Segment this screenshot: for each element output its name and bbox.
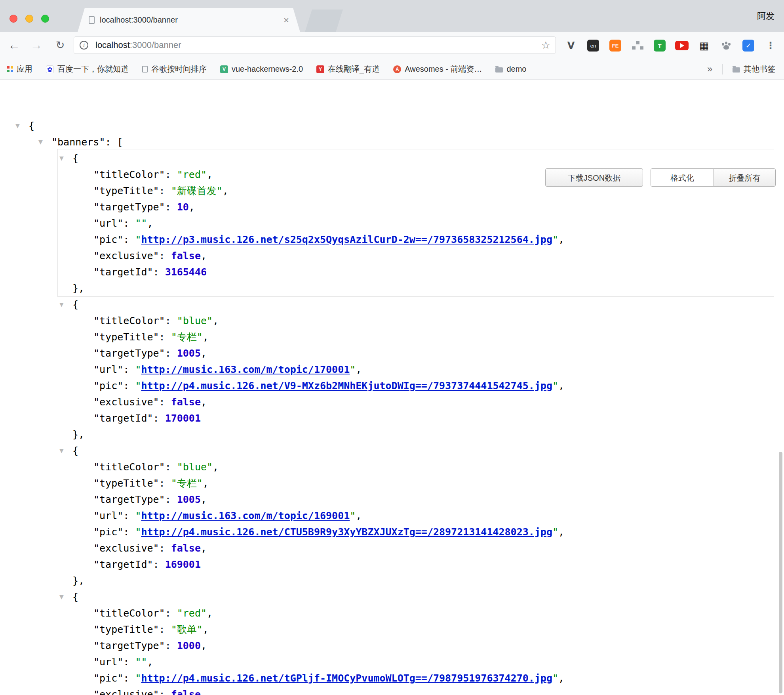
json-string: " [135,510,141,521]
json-string: "专栏" [171,331,203,343]
qrcode-icon[interactable]: ▦ [697,38,711,53]
collapse-toggle[interactable]: ▼ [15,118,20,134]
json-line: "typeTitle": "专栏", [0,475,784,491]
org-chart-icon[interactable] [630,38,645,53]
json-punctuation: , [201,250,207,262]
json-string: " [135,526,141,538]
json-number: 10 [177,201,189,213]
bookmarks-divider [722,64,723,74]
url-host: localhost [95,40,130,50]
collapse-toggle[interactable]: ▼ [59,150,64,166]
window-controls [10,15,49,23]
json-link[interactable]: http://music.163.com/m/topic/169001 [141,510,350,521]
youtube-icon[interactable] [675,38,689,53]
json-line: "pic": "http://p4.music.126.net/tGPljf-I… [0,670,784,686]
menu-icon[interactable]: ⋮ [763,38,778,53]
collapse-toggle[interactable]: ▼ [59,589,64,605]
page-icon [142,66,148,73]
reload-button[interactable]: ↻ [51,32,70,59]
bookmark-apps[interactable]: 应用 [7,64,32,74]
info-icon[interactable]: i [80,41,88,50]
json-string: " [552,526,558,538]
collapse-toggle[interactable]: ▼ [59,296,64,313]
other-bookmarks[interactable]: 其他书签 [733,59,775,79]
json-punctuation: : [123,526,135,538]
shield-check-icon[interactable]: ✓ [741,38,755,53]
json-key: "url" [93,510,123,521]
address-bar[interactable]: i localhost:3000/banner ☆ [74,36,556,54]
minimize-window-button[interactable] [25,15,33,23]
json-punctuation: , [201,396,207,408]
json-punctuation: { [72,591,78,603]
tab-strip: localhost:3000/banner × 阿发 [0,0,784,32]
json-punctuation: , [558,380,564,391]
json-punctuation: , [203,331,209,343]
json-line: "targetId": 3165446 [0,264,784,280]
json-string: "歌单" [171,624,203,635]
bookmark-google-sort[interactable]: 谷歌按时间排序 [142,64,207,74]
fehelper-icon[interactable]: FE [608,38,622,53]
json-punctuation: : [165,461,177,473]
tab-title: localhost:3000/banner [100,15,279,25]
vertical-scrollbar-thumb[interactable] [779,452,782,693]
json-line: "typeTitle": "歌单", [0,621,784,638]
collapse-toggle[interactable]: ▼ [59,443,64,459]
bookmark-youdao[interactable]: Y在线翻译_有道 [316,64,380,74]
bookmarks-overflow-chevron[interactable]: » [707,59,712,79]
json-punctuation: { [29,120,34,132]
url-text[interactable]: localhost:3000/banner [95,37,181,53]
bookmark-demo-folder[interactable]: demo [495,65,526,74]
json-link[interactable]: http://p4.music.126.net/V9-MXz6b2MNhEKju… [141,380,552,391]
bookmark-awesomes[interactable]: AAwesomes - 前端资… [393,64,482,74]
zoom-window-button[interactable] [41,15,49,23]
json-punctuation: , [356,510,362,521]
json-key: "pic" [93,380,123,391]
bookmark-vue-hackernews[interactable]: Vvue-hackernews-2.0 [220,65,303,74]
awesomes-icon: A [393,65,401,73]
json-string: "red" [177,169,207,180]
tab-close-icon[interactable]: × [284,15,289,25]
collapse-toggle[interactable]: ▼ [38,134,43,150]
json-punctuation: , [201,689,207,695]
json-punctuation: : [123,380,135,391]
browser-tab[interactable]: localhost:3000/banner × [78,8,300,32]
json-string: "red" [177,607,207,619]
json-punctuation: , [213,315,219,326]
folder-icon [733,67,740,73]
paw-toes [725,42,727,44]
json-line: "typeTitle": "新碟首发", [0,183,784,199]
json-link[interactable]: http://p4.music.126.net/tGPljf-IMOCyPvum… [141,672,552,684]
tampermonkey-icon[interactable]: T [653,38,667,53]
json-punctuation: , [558,672,564,684]
bookmark-star-icon[interactable]: ☆ [541,37,550,53]
json-string: " [350,510,356,521]
json-link[interactable]: http://music.163.com/m/topic/170001 [141,364,350,375]
json-punctuation: : [159,542,171,554]
apps-grid-icon [7,66,13,72]
json-string: "blue" [177,315,213,326]
json-string: "blue" [177,461,213,473]
json-punctuation: : [ [105,136,123,148]
profile-name[interactable]: 阿发 [757,0,774,32]
bookmark-baidu[interactable]: 百度一下，你就知道 [46,64,129,74]
json-string: " [135,364,141,375]
json-punctuation: , [147,218,153,229]
bookmark-items: 应用 百度一下，你就知道 谷歌按时间排序 Vvue-hackernews-2.0… [7,59,526,79]
json-link[interactable]: http://p3.music.126.net/s25q2x5QyqsAzilC… [141,234,552,245]
folder-icon [495,67,503,73]
json-object: ▼{"titleColor": "blue","typeTitle": "专栏"… [0,443,784,589]
json-punctuation: , [223,185,228,197]
new-tab-button[interactable] [305,10,343,32]
page-icon [89,16,95,24]
json-string: " [135,672,141,684]
json-punctuation: , [203,477,209,489]
close-window-button[interactable] [10,15,17,23]
translate-icon[interactable]: en [586,38,600,53]
paw-icon[interactable] [719,38,733,53]
baidu-paw-icon [46,65,54,73]
json-link[interactable]: http://p4.music.126.net/CTU5B9R9y3XyYBZX… [141,526,552,538]
json-line: "titleColor": "red", [0,166,784,183]
json-line: "pic": "http://p4.music.126.net/CTU5B9R9… [0,524,784,540]
back-button[interactable]: ← [5,32,24,59]
vimium-icon[interactable]: V [564,38,578,53]
